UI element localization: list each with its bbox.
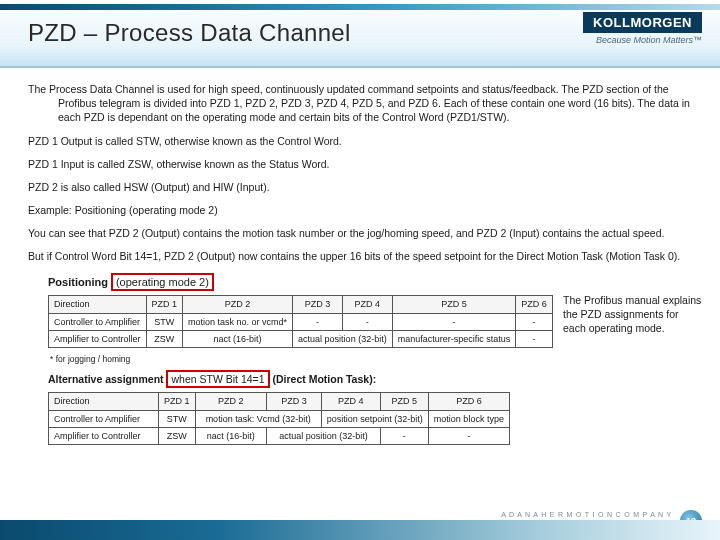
table-row: Direction PZD 1PZD 2 PZD 3PZD 4 PZD 5PZD… xyxy=(49,296,553,313)
figure-title: Positioning (operating mode 2) xyxy=(48,273,548,292)
company-tagline: A D A N A H E R M O T I O N C O M P A N … xyxy=(501,511,672,518)
paragraph: Example: Positioning (operating mode 2) xyxy=(28,203,692,217)
brand-block: KOLLMORGEN Because Motion Matters™ xyxy=(583,12,702,45)
brand-logo: KOLLMORGEN xyxy=(583,12,702,33)
table-row: Direction PZD 1PZD 2 PZD 3PZD 4 PZD 5PZD… xyxy=(49,393,510,410)
paragraph: You can see that PZD 2 (Output) contains… xyxy=(28,226,692,240)
paragraph: PZD 2 is also called HSW (Output) and HI… xyxy=(28,180,692,194)
footer-bar xyxy=(0,520,720,540)
slide-header: PZD – Process Data Channel KOLLMORGEN Be… xyxy=(0,0,720,68)
table-row: Amplifier to Controller ZSWnact (16-bit)… xyxy=(49,427,510,444)
brand-tagline: Because Motion Matters™ xyxy=(583,35,702,45)
pzd-figure: Positioning (operating mode 2) Direction… xyxy=(48,273,548,445)
highlight-box: (operating mode 2) xyxy=(111,273,214,292)
paragraph: The Process Data Channel is used for hig… xyxy=(28,82,692,125)
side-note: The Profibus manual explains the PZD ass… xyxy=(563,293,703,336)
table-row: Amplifier to Controller ZSWnact (16-bit)… xyxy=(49,330,553,347)
alt-title: Alternative assignment when STW Bit 14=1… xyxy=(48,370,548,388)
pzd-table-1: Direction PZD 1PZD 2 PZD 3PZD 4 PZD 5PZD… xyxy=(48,295,553,347)
paragraph: PZD 1 Output is called STW, otherwise kn… xyxy=(28,134,692,148)
paragraph: PZD 1 Input is called ZSW, otherwise kno… xyxy=(28,157,692,171)
page-title: PZD – Process Data Channel xyxy=(28,19,351,47)
highlight-box: when STW Bit 14=1 xyxy=(166,370,269,388)
paragraph: But if Control Word Bit 14=1, PZD 2 (Out… xyxy=(28,249,692,263)
table-footnote: * for jogging / homing xyxy=(50,354,548,365)
table-row: Controller to Amplifier STWmotion task n… xyxy=(49,313,553,330)
pzd-table-2: Direction PZD 1PZD 2 PZD 3PZD 4 PZD 5PZD… xyxy=(48,392,510,444)
body-content: The Process Data Channel is used for hig… xyxy=(0,68,720,445)
table-row: Controller to Amplifier STW motion task:… xyxy=(49,410,510,427)
